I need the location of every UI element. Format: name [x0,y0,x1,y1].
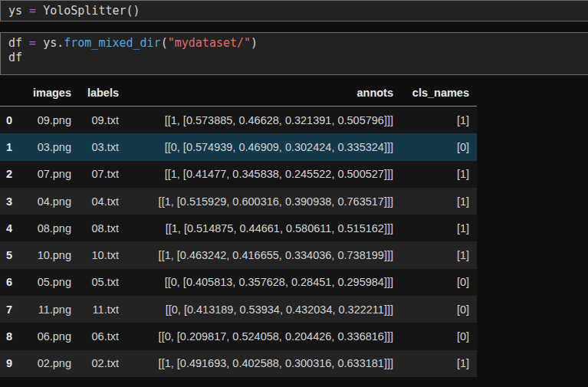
column-header-labels: labels [71,87,119,99]
cell-labels: 07.txt [71,168,119,180]
code-cell-1[interactable]: ys = YoloSplitter() [0,0,588,21]
table-row[interactable]: 103.png03.txt[[0, [0.574939, 0.46909, 0.… [0,133,477,160]
cell-images: 07.png [20,168,71,180]
cell-cls_names: [1] [393,357,469,369]
cell-images: 10.png [20,249,71,261]
cell-cls_names: [1] [393,222,469,234]
code-token-plain: ( [161,36,168,50]
cell-images: 03.png [20,141,71,153]
dataframe-header-row: imageslabelsannotscls_names [0,80,477,107]
cell-cls_names: [0] [393,330,469,343]
cell-annots: [[0, [0.209817, 0.524058, 0.204426, 0.33… [119,330,393,343]
cell-index: 2 [0,168,20,180]
cell-labels: 09.txt [71,114,119,126]
table-row[interactable]: 902.png02.txt[[1, [0.491693, 0.402588, 0… [0,350,477,377]
dataframe-body: 009.png09.txt[[1, [0.573885, 0.46628, 0.… [0,107,477,377]
table-row[interactable]: 408.png08.txt[[1, [0.514875, 0.44661, 0.… [0,215,477,241]
cell-index: 6 [0,276,20,288]
cell-index: 3 [0,195,20,208]
column-header-cls_names: cls_names [393,87,469,99]
cell-labels: 06.txt [71,330,119,343]
code-line: ys = YoloSplitter() [8,1,588,21]
cell-cls_names: [0] [393,141,469,153]
cell-annots: [[1, [0.515929, 0.600316, 0.390938, 0.76… [119,195,393,208]
code-token-operator: = [29,4,36,18]
cell-labels: 03.txt [71,141,119,153]
table-row[interactable]: 806.png06.txt[[0, [0.209817, 0.524058, 0… [0,323,477,349]
code-token-plain: df [8,51,22,64]
cell-images: 11.png [20,303,71,316]
cell-cls_names: [0] [393,276,469,288]
cell-annots: [[1, [0.573885, 0.46628, 0.321391, 0.505… [119,114,393,126]
cell-annots: [[0, [0.413189, 0.53934, 0.432034, 0.322… [119,303,393,316]
column-header-annots: annots [119,87,393,99]
code-token-string: "mydataset/" [168,36,251,50]
cell-labels: 08.txt [71,222,119,234]
dataframe-output: imageslabelsannotscls_names 009.png09.tx… [0,80,477,377]
cell-annots: [[1, [0.463242, 0.416655, 0.334036, 0.73… [119,249,393,261]
cell-labels: 05.txt [71,276,119,288]
cell-index: 7 [0,303,20,316]
cell-annots: [[0, [0.405813, 0.357628, 0.28451, 0.295… [119,276,393,288]
cell-cls_names: [1] [393,249,469,261]
code-token-plain: ) [251,36,258,50]
cell-images: 06.png [20,330,71,343]
cell-cls_names: [1] [393,168,469,180]
cell-images: 09.png [20,114,71,126]
code-token-plain: ys. [36,36,64,50]
cell-images: 08.png [20,222,71,234]
table-row[interactable]: 605.png05.txt[[0, [0.405813, 0.357628, 0… [0,269,477,296]
cell-cls_names: [1] [393,114,469,126]
code-cell-2[interactable]: df = ys.from_mixed_dir("mydataset/")df [0,32,588,75]
cell-labels: 04.txt [71,195,119,208]
table-row[interactable]: 711.png11.txt[[0, [0.413189, 0.53934, 0.… [0,296,477,323]
cell-index: 8 [0,330,20,343]
cell-labels: 02.txt [71,357,119,369]
cell-annots: [[1, [0.514875, 0.44661, 0.580611, 0.515… [119,222,393,234]
cell-annots: [[1, [0.41477, 0.345838, 0.245522, 0.500… [119,168,393,180]
cell-index: 5 [0,249,20,261]
cell-labels: 11.txt [71,303,119,316]
cell-index: 1 [0,141,20,153]
cell-index: 9 [0,357,20,369]
code-line: df [8,51,588,65]
cell-images: 05.png [20,276,71,288]
cell-images: 04.png [20,195,71,208]
code-line: df = ys.from_mixed_dir("mydataset/") [8,36,588,51]
cell-index: 4 [0,222,20,234]
cell-cls_names: [1] [393,195,469,208]
cell-labels: 10.txt [71,249,119,261]
cell-annots: [[1, [0.491693, 0.402588, 0.300316, 0.63… [119,357,393,369]
code-token-operator: = [29,36,36,50]
cell-annots: [[0, [0.574939, 0.46909, 0.302424, 0.335… [119,141,393,153]
table-row[interactable]: 207.png07.txt[[1, [0.41477, 0.345838, 0.… [0,161,477,188]
column-header-images: images [20,87,71,99]
code-token-plain: ys [8,4,29,18]
code-token-plain: df [8,36,29,50]
cell-cls_names: [0] [393,303,469,316]
table-row[interactable]: 009.png09.txt[[1, [0.573885, 0.46628, 0.… [0,107,477,133]
cell-index: 0 [0,114,20,126]
code-token-plain: YoloSplitter() [36,4,140,18]
cell-images: 02.png [20,357,71,369]
table-row[interactable]: 510.png10.txt[[1, [0.463242, 0.416655, 0… [0,241,477,268]
code-token-function: from_mixed_dir [64,36,160,50]
table-row[interactable]: 304.png04.txt[[1, [0.515929, 0.600316, 0… [0,188,477,215]
